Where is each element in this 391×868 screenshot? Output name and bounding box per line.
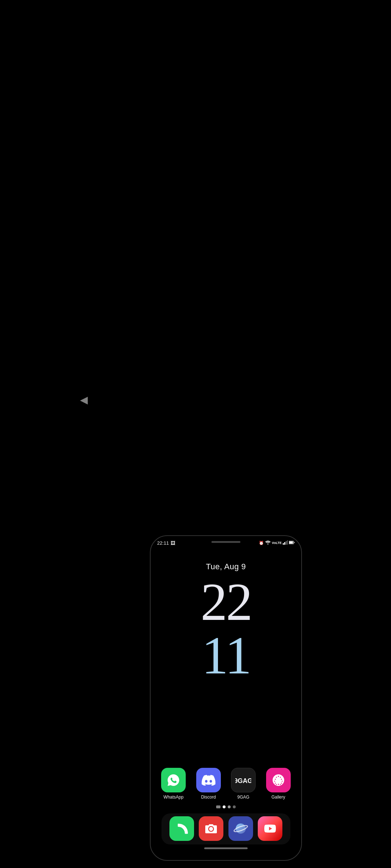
alarm-icon: ⏰ [259, 541, 264, 545]
clock-area: Tue, Aug 9 22 11 [151, 548, 301, 768]
gallery-app-label: Gallery [272, 795, 285, 800]
app-item-9gag[interactable]: 9GAG 9GAG [228, 768, 259, 800]
svg-text:9GAG: 9GAG [235, 777, 251, 784]
page-dot-1[interactable] [223, 805, 226, 808]
camera-app-icon[interactable] [199, 816, 223, 841]
svg-point-0 [267, 544, 268, 545]
phone-app-icon[interactable] [169, 816, 194, 841]
svg-rect-3 [286, 541, 287, 545]
svg-rect-1 [283, 543, 284, 545]
signal-icon [283, 540, 288, 545]
dock-item-phone[interactable] [169, 816, 195, 841]
svg-rect-7 [294, 542, 295, 543]
volte-icon: VoLTE [272, 541, 282, 545]
bottom-dock [161, 813, 290, 844]
dock-item-youtube[interactable] [257, 816, 283, 841]
gallery-notification-icon: 🖼 [171, 540, 175, 546]
youtube-icon[interactable] [258, 816, 282, 841]
clock-hours: 22 [201, 575, 251, 629]
battery-icon [289, 541, 295, 545]
clock-minutes: 11 [202, 629, 251, 682]
app-item-whatsapp[interactable]: WhatsApp [158, 768, 189, 800]
status-time: 22:11 🖼 [157, 540, 175, 546]
app-section: WhatsApp Discord 9GAG [151, 768, 301, 860]
phone-screen: 22:11 🖼 ⏰ VoLTE [150, 535, 302, 861]
home-indicator[interactable] [204, 847, 248, 849]
notch-bar [211, 541, 240, 543]
svg-rect-4 [287, 540, 288, 545]
wifi-icon [265, 540, 271, 545]
whatsapp-label: WhatsApp [164, 795, 184, 800]
svg-rect-6 [289, 541, 293, 544]
page-dot-0[interactable] [216, 805, 220, 808]
dock-item-camera[interactable] [198, 816, 224, 841]
whatsapp-icon[interactable] [161, 768, 186, 792]
page-dots [158, 805, 294, 808]
app-item-discord[interactable]: Discord [193, 768, 224, 800]
svg-rect-2 [284, 542, 285, 545]
ninegag-icon[interactable]: 9GAG [231, 768, 256, 792]
back-button[interactable] [79, 391, 89, 409]
time-display: 22:11 [157, 540, 169, 546]
discord-label: Discord [201, 795, 216, 800]
page-dot-2[interactable] [228, 805, 231, 808]
samsung-internet-icon[interactable] [228, 816, 253, 841]
app-item-gallery[interactable]: Gallery [263, 768, 294, 800]
discord-icon[interactable] [196, 768, 221, 792]
ninegag-label: 9GAG [237, 795, 249, 800]
app-grid: WhatsApp Discord 9GAG [158, 768, 294, 800]
date-display: Tue, Aug 9 [206, 562, 246, 571]
dock-item-samsung-internet[interactable] [228, 816, 254, 841]
gallery-icon[interactable] [266, 768, 291, 792]
page-dot-3[interactable] [233, 805, 236, 808]
status-icons: ⏰ VoLTE [259, 540, 295, 545]
